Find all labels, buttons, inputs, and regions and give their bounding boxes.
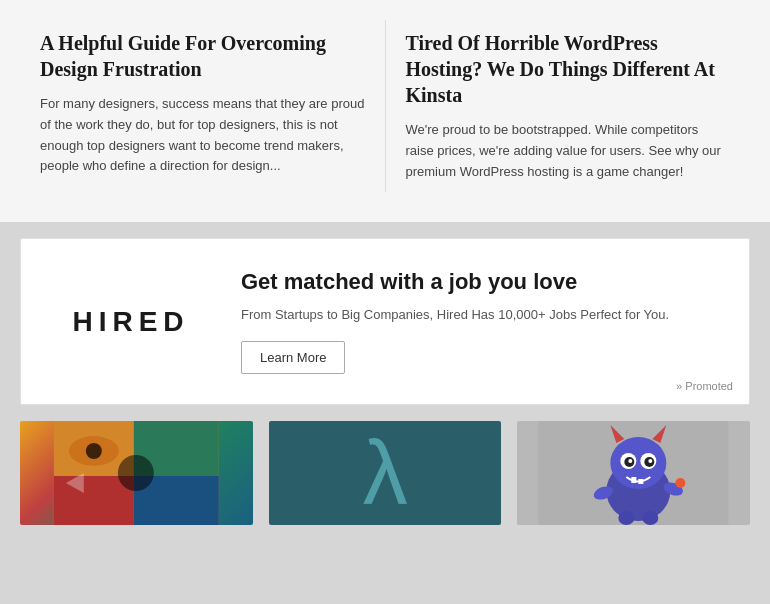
svg-rect-22 bbox=[639, 479, 644, 484]
svg-rect-21 bbox=[632, 477, 637, 483]
page-wrapper: A Helpful Guide For Overcoming Design Fr… bbox=[0, 0, 770, 525]
article-excerpt-1: For many designers, success means that t… bbox=[40, 94, 365, 177]
thumbnail-2[interactable]: λ bbox=[269, 421, 502, 525]
svg-point-19 bbox=[629, 459, 633, 463]
thumbnails-row: λ bbox=[20, 421, 750, 525]
promo-wrapper: HIRED Get matched with a job you love Fr… bbox=[0, 222, 770, 421]
promo-card: HIRED Get matched with a job you love Fr… bbox=[20, 238, 750, 405]
thumbnail-3[interactable] bbox=[517, 421, 750, 525]
thumbnail-2-image: λ bbox=[269, 421, 502, 525]
promoted-label: Promoted bbox=[676, 380, 733, 392]
svg-point-26 bbox=[619, 511, 635, 525]
article-title-1[interactable]: A Helpful Guide For Overcoming Design Fr… bbox=[40, 30, 365, 82]
article-card-1: A Helpful Guide For Overcoming Design Fr… bbox=[20, 20, 386, 192]
svg-point-4 bbox=[118, 455, 154, 491]
svg-text:λ: λ bbox=[363, 423, 408, 523]
learn-more-button[interactable]: Learn More bbox=[241, 341, 345, 374]
promo-description: From Startups to Big Companies, Hired Ha… bbox=[241, 305, 719, 325]
article-card-2: Tired Of Horrible WordPress Hosting? We … bbox=[386, 20, 751, 192]
articles-row: A Helpful Guide For Overcoming Design Fr… bbox=[0, 0, 770, 222]
promo-title: Get matched with a job you love bbox=[241, 269, 719, 295]
thumbnail-3-image bbox=[517, 421, 750, 525]
hired-logo-text: HIRED bbox=[72, 306, 189, 338]
svg-point-6 bbox=[86, 443, 102, 459]
article-title-2[interactable]: Tired Of Horrible WordPress Hosting? We … bbox=[406, 30, 731, 108]
promo-logo: HIRED bbox=[51, 306, 211, 338]
svg-point-20 bbox=[649, 459, 653, 463]
svg-point-27 bbox=[643, 511, 659, 525]
svg-point-25 bbox=[676, 478, 686, 488]
article-excerpt-2: We're proud to be bootstrapped. While co… bbox=[406, 120, 731, 182]
promo-content: Get matched with a job you love From Sta… bbox=[241, 269, 719, 374]
thumbnail-1-image bbox=[20, 421, 253, 525]
thumbnail-1[interactable] bbox=[20, 421, 253, 525]
thumbnails-wrapper: λ bbox=[0, 421, 770, 525]
